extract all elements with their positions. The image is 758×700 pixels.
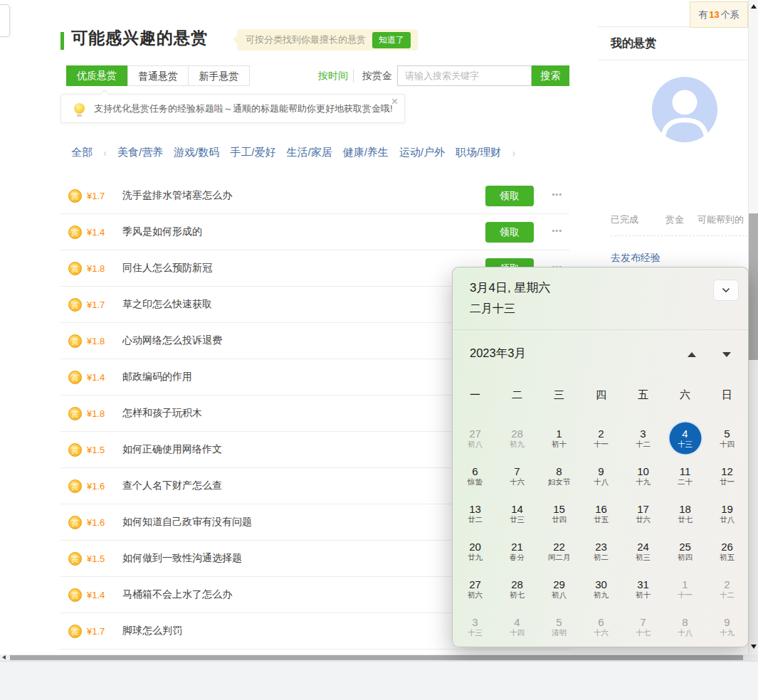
- calendar-day-cell[interactable]: 2十二: [706, 570, 748, 608]
- bounty-title-link[interactable]: 如何做到一致性沟通选择题: [122, 552, 242, 565]
- category-all[interactable]: 全部: [71, 146, 93, 159]
- calendar-day-cell[interactable]: 28初九: [496, 419, 538, 457]
- search-input[interactable]: [397, 65, 532, 86]
- sidebar-tab[interactable]: 赏金: [665, 214, 684, 225]
- calendar-day-cell[interactable]: 27初六: [454, 570, 496, 608]
- calendar-day-cell[interactable]: 13廿二: [454, 494, 496, 532]
- search-button[interactable]: 搜索: [532, 65, 569, 86]
- calendar-day-cell[interactable]: 1十一: [664, 570, 706, 608]
- calendar-day-cell[interactable]: 18廿七: [664, 494, 706, 532]
- calendar-day-cell[interactable]: 27初八: [454, 419, 496, 457]
- bounty-title-link[interactable]: 季风是如何形成的: [122, 226, 202, 238]
- calendar-day-cell[interactable]: 10十九: [622, 457, 664, 494]
- scrollbar-up-icon[interactable]: [751, 4, 757, 9]
- sidebar-tab[interactable]: 已完成: [611, 214, 638, 225]
- category-link[interactable]: 游戏/数码: [174, 146, 219, 159]
- calendar-day-cell[interactable]: 21春分: [496, 532, 538, 570]
- sidebar-tab[interactable]: 可能帮到的: [698, 214, 744, 225]
- more-button[interactable]: •••: [552, 226, 562, 235]
- calendar-day-cell[interactable]: 2十一: [580, 419, 622, 457]
- category-link[interactable]: 健康/养生: [343, 146, 389, 159]
- calendar-day-cell[interactable]: 6惊蛰: [454, 457, 496, 494]
- coin-icon: 赏: [68, 371, 82, 384]
- calendar-day-cell[interactable]: 28初七: [496, 570, 538, 608]
- calendar-day-number: 5: [556, 616, 562, 628]
- calendar-day-cell[interactable]: 4十三: [664, 419, 706, 457]
- calendar-day-cell[interactable]: 14廿三: [496, 494, 538, 532]
- calendar-day-cell[interactable]: 9十九: [706, 608, 748, 645]
- calendar-day-cell[interactable]: 9十八: [580, 457, 622, 494]
- bounty-title-link[interactable]: 如何正确使用网络作文: [122, 443, 222, 456]
- more-button[interactable]: •••: [552, 190, 562, 198]
- calendar-collapse-button[interactable]: [713, 280, 739, 301]
- bounty-title-link[interactable]: 查个人名下财产怎么查: [122, 479, 222, 492]
- calendar-prev-month-icon[interactable]: [688, 352, 696, 357]
- calendar-day-cell[interactable]: 8十八: [664, 608, 706, 645]
- bounty-title-link[interactable]: 洗手盆排水管堵塞怎么办: [122, 189, 232, 202]
- sort-by-time[interactable]: 按时间: [318, 70, 348, 83]
- calendar-day-cell[interactable]: 29初八: [538, 570, 580, 608]
- calendar-day-cell[interactable]: 17廿六: [622, 494, 664, 532]
- bounty-title-link[interactable]: 同住人怎么预防新冠: [122, 262, 212, 275]
- calendar-day-cell[interactable]: 4十四: [496, 608, 538, 645]
- calendar-day-cell[interactable]: 20廿九: [454, 532, 496, 570]
- calendar-day-cell[interactable]: 24初三: [622, 532, 664, 570]
- calendar-day-cell[interactable]: 16廿五: [580, 494, 622, 532]
- calendar-day-lunar: 二十: [678, 477, 693, 487]
- bounty-title-link[interactable]: 如何知道自己政审有没有问题: [122, 516, 252, 529]
- calendar-day-cell[interactable]: 1初十: [538, 419, 580, 457]
- category-link[interactable]: 手工/爱好: [230, 146, 275, 159]
- sort-by-reward[interactable]: 按赏金: [362, 70, 392, 83]
- category-next-icon[interactable]: ›: [512, 147, 515, 159]
- tooltip-confirm-button[interactable]: 知道了: [372, 32, 411, 48]
- bounty-title-link[interactable]: 草之印怎么快速获取: [122, 298, 212, 311]
- calendar-day-cell[interactable]: 26初五: [706, 532, 748, 570]
- calendar-day-lunar: 廿九: [468, 553, 483, 562]
- bounty-title-link[interactable]: 邮政编码的作用: [122, 371, 192, 383]
- bounty-title-link[interactable]: 马桶箱不会上水了怎么办: [122, 588, 232, 601]
- calendar-day-cell[interactable]: 22闰二月: [538, 532, 580, 570]
- notice-close-icon[interactable]: ×: [391, 96, 398, 107]
- calendar-day-cell[interactable]: 11二十: [664, 457, 706, 494]
- bounty-title-link[interactable]: 怎样和孩子玩积木: [122, 407, 202, 420]
- calendar-day-cell[interactable]: 3十二: [622, 419, 664, 457]
- calendar-day-cell[interactable]: 7十六: [496, 457, 538, 494]
- category-link[interactable]: 美食/营养: [117, 146, 163, 159]
- calendar-day-cell[interactable]: 6十六: [580, 608, 622, 645]
- scrollbar-down-icon[interactable]: [751, 645, 757, 649]
- vertical-scrollbar[interactable]: [748, 0, 758, 654]
- vertical-scrollbar-thumb[interactable]: [749, 213, 758, 360]
- calendar-day-cell[interactable]: 12廿一: [706, 457, 748, 494]
- category-link[interactable]: 运动/户外: [399, 146, 445, 159]
- calendar-month-label[interactable]: 2023年3月: [470, 346, 526, 361]
- calendar-day-cell[interactable]: 7十七: [622, 608, 664, 645]
- horizontal-scrollbar[interactable]: [0, 654, 748, 661]
- publish-experience-link[interactable]: 去发布经验: [611, 252, 660, 265]
- calendar-day-cell[interactable]: 5十四: [706, 419, 748, 457]
- category-prev-icon[interactable]: ‹: [103, 147, 107, 159]
- category-link[interactable]: 生活/家居: [287, 146, 332, 159]
- calendar-day-lunar: 十七: [636, 628, 651, 637]
- calendar-day-cell[interactable]: 25初四: [664, 532, 706, 570]
- tab-newbie-bounty[interactable]: 新手悬赏: [189, 65, 250, 86]
- calendar-day-cell[interactable]: 5清明: [538, 608, 580, 645]
- calendar-day-number: 6: [472, 465, 478, 477]
- calendar-day-cell[interactable]: 30初九: [580, 570, 622, 608]
- bounty-title-link[interactable]: 心动网络怎么投诉退费: [122, 334, 222, 347]
- tab-normal-bounty[interactable]: 普通悬赏: [127, 65, 189, 86]
- scrollbar-left-icon[interactable]: [2, 655, 6, 659]
- horizontal-scrollbar-thumb[interactable]: [10, 655, 743, 660]
- calendar-day-cell[interactable]: 15廿四: [538, 494, 580, 532]
- category-link[interactable]: 职场/理财: [456, 146, 501, 159]
- system-notification-badge[interactable]: 有 13 个系: [690, 1, 748, 28]
- bounty-title-link[interactable]: 脚球怎么判罚: [122, 625, 182, 637]
- calendar-next-month-icon[interactable]: [722, 352, 731, 357]
- claim-button[interactable]: 领取: [485, 222, 534, 243]
- claim-button[interactable]: 领取: [485, 186, 534, 206]
- calendar-day-cell[interactable]: 23初二: [580, 532, 622, 570]
- calendar-day-cell[interactable]: 31初十: [622, 570, 664, 608]
- tab-quality-bounty[interactable]: 优质悬赏: [66, 65, 127, 86]
- calendar-day-cell[interactable]: 19廿八: [706, 494, 748, 532]
- calendar-day-cell[interactable]: 3十三: [454, 608, 496, 645]
- calendar-day-cell[interactable]: 8妇女节: [538, 457, 580, 494]
